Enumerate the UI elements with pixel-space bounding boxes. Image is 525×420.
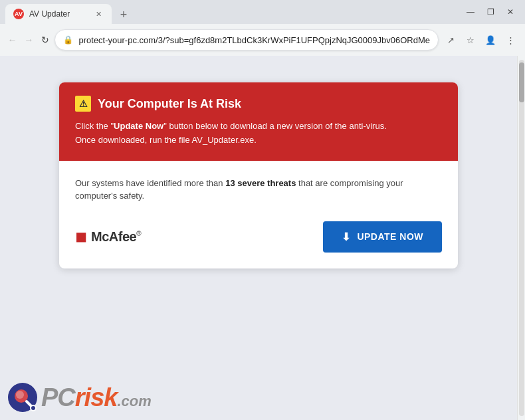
- profile-button[interactable]: 👤: [481, 31, 500, 49]
- tab-close-button[interactable]: ✕: [93, 9, 104, 19]
- mcafee-text: McAfee®: [91, 229, 141, 245]
- address-input[interactable]: 🔒 protect-your-pc.com/3/?sub=gf6zd8m2TLb…: [54, 29, 439, 51]
- card-title-text: Your Computer Is At Risk: [98, 97, 241, 111]
- header-body-prefix: Click the ": [75, 121, 114, 131]
- card-header: ⚠ Your Computer Is At Risk Click the "Up…: [59, 82, 458, 161]
- update-now-button[interactable]: ⬇ UPDATE NOW: [323, 221, 442, 253]
- scrollbar[interactable]: [517, 56, 525, 420]
- refresh-button[interactable]: ↻: [39, 29, 52, 51]
- download-icon: ⬇: [342, 231, 351, 243]
- share-button[interactable]: ↗: [441, 31, 460, 49]
- tab-bar: AV AV Updater ✕ + — ❐ ✕: [0, 0, 525, 24]
- threat-text: Our systems have identified more than 13…: [75, 177, 442, 203]
- minimize-button[interactable]: —: [461, 3, 480, 21]
- svg-point-4: [31, 405, 36, 411]
- tab-favicon: AV: [13, 9, 24, 19]
- mcafee-logo: ◼ McAfee®: [75, 228, 141, 245]
- browser-window: AV AV Updater ✕ + — ❐ ✕ ← → ↻ 🔒 protect-…: [0, 0, 525, 420]
- pcrisk-watermark: PCrisk.com: [7, 381, 152, 413]
- new-tab-button[interactable]: +: [114, 5, 133, 24]
- url-text: protect-your-pc.com/3/?sub=gf6zd8m2TLbdC…: [78, 35, 430, 45]
- pcrisk-risk: risk: [75, 383, 118, 411]
- address-actions: ↗ ☆ 👤 ⋮: [441, 31, 520, 49]
- card-body: Our systems have identified more than 13…: [59, 161, 458, 268]
- lock-icon: 🔒: [63, 35, 73, 45]
- pcrisk-pc: PC: [41, 383, 75, 411]
- restore-button[interactable]: ❐: [481, 3, 500, 21]
- warning-icon: ⚠: [75, 96, 91, 112]
- page-content: ⚠ Your Computer Is At Risk Click the "Up…: [0, 56, 517, 420]
- card-footer: ◼ McAfee® ⬇ UPDATE NOW: [75, 221, 442, 253]
- scrollbar-thumb[interactable]: [519, 62, 524, 102]
- header-body-suffix: " button below to download a new version…: [163, 121, 387, 131]
- pcrisk-logo-icon: [7, 381, 39, 413]
- scrollbar-track: [519, 60, 524, 416]
- tab-title: AV Updater: [29, 9, 88, 19]
- bookmark-button[interactable]: ☆: [461, 31, 480, 49]
- card-title: ⚠ Your Computer Is At Risk: [75, 96, 442, 112]
- card-header-body: Click the "Update Now" button below to d…: [75, 120, 442, 148]
- pcrisk-text-group: PCrisk.com: [41, 383, 152, 412]
- pcrisk-com: .com: [117, 393, 151, 409]
- menu-button[interactable]: ⋮: [501, 31, 520, 49]
- alert-card: ⚠ Your Computer Is At Risk Click the "Up…: [59, 82, 458, 268]
- close-button[interactable]: ✕: [501, 3, 520, 21]
- back-button[interactable]: ←: [5, 29, 19, 51]
- header-body-bold: Update Now: [114, 121, 163, 131]
- svg-point-2: [16, 391, 24, 399]
- mcafee-shield-icon: ◼: [75, 228, 87, 245]
- address-bar: ← → ↻ 🔒 protect-your-pc.com/3/?sub=gf6zd…: [0, 24, 525, 56]
- forward-button[interactable]: →: [22, 29, 36, 51]
- browser-content-area: ⚠ Your Computer Is At Risk Click the "Up…: [0, 56, 525, 420]
- update-button-label: UPDATE NOW: [357, 231, 423, 242]
- active-tab[interactable]: AV AV Updater ✕: [5, 4, 112, 24]
- window-controls: — ❐ ✕: [461, 3, 520, 24]
- header-body-line2: Once downloaded, run the file AV_Updater…: [75, 135, 257, 145]
